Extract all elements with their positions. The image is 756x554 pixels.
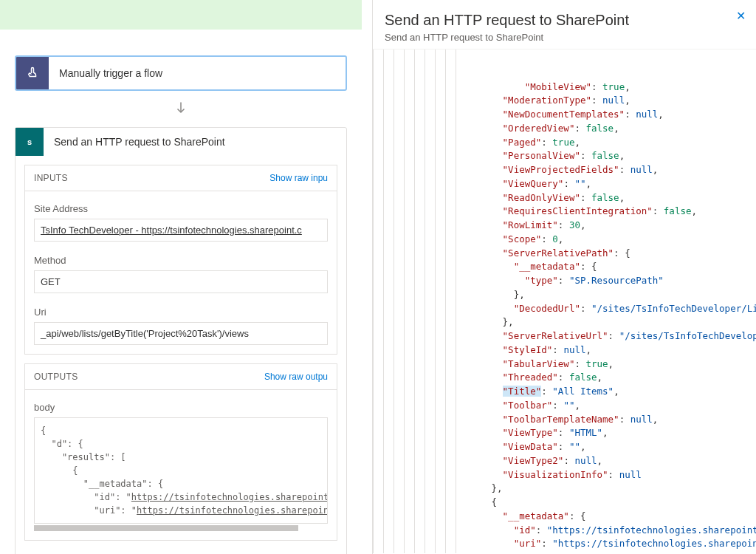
method-label: Method [34, 255, 328, 266]
inputs-label: INPUTS [34, 173, 68, 183]
close-icon[interactable]: ✕ [736, 9, 746, 23]
arrow-down-icon [6, 100, 356, 118]
body-link-uri[interactable]: https://tsinfotechnologies.sharepoint.co… [137, 505, 328, 516]
body-link-id[interactable]: https://tsinfotechnologies.sharepoint.co… [131, 492, 328, 502]
success-bar [0, 0, 362, 30]
details-header: Send an HTTP request to SharePoint Send … [373, 0, 756, 49]
site-address-value[interactable]: TsInfo TechDeveloper - https://tsinfotec… [34, 219, 328, 242]
connection-info: Connection: haripriya@tsinfotechnologies… [16, 550, 346, 554]
inputs-section: INPUTS Show raw inpu Site Address TsInfo… [24, 165, 337, 355]
outputs-section: OUTPUTS Show raw outpu body { "d": { "re… [24, 363, 337, 541]
trigger-card[interactable]: Manually trigger a flow [15, 55, 347, 91]
uri-label: Uri [34, 307, 328, 318]
body-label: body [34, 402, 328, 413]
json-output-panel[interactable]: "MobileView": true, "ModerationType": nu… [373, 49, 756, 553]
action-card[interactable]: s Send an HTTP request to SharePoint INP… [15, 127, 347, 554]
sharepoint-icon: s [16, 128, 44, 156]
show-raw-inputs-link[interactable]: Show raw inpu [269, 173, 328, 183]
action-title: Send an HTTP request to SharePoint [44, 136, 225, 148]
horizontal-scrollbar[interactable] [34, 525, 298, 531]
details-panel: Send an HTTP request to SharePoint Send … [372, 0, 756, 554]
details-title: Send an HTTP request to SharePoint [385, 12, 741, 29]
uri-value: _api/web/lists/getByTitle('Project%20Tas… [34, 322, 328, 345]
trigger-title: Manually trigger a flow [49, 67, 162, 79]
body-json-preview[interactable]: { "d": { "results": [ { "__metadata": { … [34, 417, 328, 524]
site-address-label: Site Address [34, 203, 328, 214]
outputs-label: OUTPUTS [34, 372, 78, 382]
details-subtitle: Send an HTTP request to SharePoint [385, 32, 741, 43]
method-value: GET [34, 270, 328, 293]
touch-icon [16, 55, 49, 91]
show-raw-outputs-link[interactable]: Show raw outpu [264, 372, 328, 382]
flow-canvas: Manually trigger a flow s Send an HTTP r… [0, 30, 362, 554]
